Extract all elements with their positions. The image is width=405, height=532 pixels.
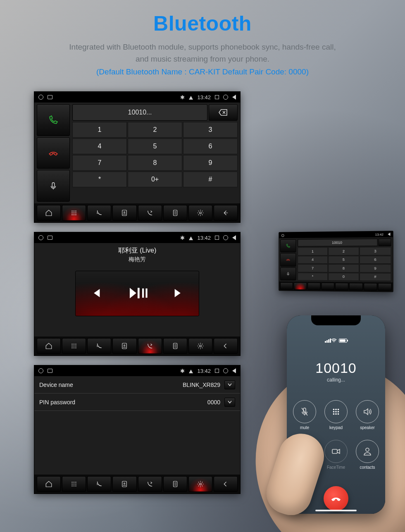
- svg-point-3: [76, 210, 76, 211]
- call-button[interactable]: [37, 104, 70, 136]
- speaker-button[interactable]: speaker: [355, 400, 380, 434]
- nav-btn: [364, 283, 377, 291]
- key-3[interactable]: 3: [183, 122, 238, 138]
- key: 7: [298, 264, 328, 272]
- home-nav-icon[interactable]: [223, 235, 228, 240]
- call-button: [280, 239, 296, 253]
- key: 2: [328, 247, 359, 255]
- svg-point-56: [366, 448, 369, 451]
- svg-point-30: [200, 345, 202, 347]
- key-hash[interactable]: #: [183, 172, 238, 187]
- setting-row-pin[interactable]: PIN password 0000: [34, 394, 240, 411]
- nav-phonebook-button[interactable]: [112, 205, 136, 221]
- backspace-button[interactable]: [209, 104, 238, 121]
- key: 3: [360, 247, 391, 255]
- status-time: 13:42: [197, 235, 211, 241]
- button-label: keypad: [329, 425, 343, 430]
- end-call-button[interactable]: [324, 486, 348, 511]
- nav-back-button[interactable]: [214, 205, 238, 221]
- nav-settings-button[interactable]: [188, 205, 212, 221]
- nav-phonebook-button[interactable]: [112, 338, 136, 354]
- battery-icon: [339, 339, 347, 343]
- settings-blank-area: [34, 411, 240, 473]
- keypad-button[interactable]: keypad: [323, 400, 349, 434]
- nav-history-button[interactable]: [163, 338, 187, 354]
- facetime-button[interactable]: FaceTime: [323, 440, 349, 474]
- home-nav-icon[interactable]: [223, 95, 228, 100]
- key-0[interactable]: 0+: [128, 172, 182, 187]
- nav-music-button[interactable]: [138, 476, 162, 492]
- nav-dialpad-button[interactable]: [62, 338, 86, 354]
- key-star[interactable]: *: [72, 172, 127, 187]
- key-4[interactable]: 4: [72, 138, 127, 154]
- prev-track-button[interactable]: [88, 286, 102, 301]
- nav-history-button[interactable]: [163, 205, 187, 221]
- nav-contacts-button[interactable]: [87, 205, 111, 221]
- bluetooth-icon: ✱: [180, 368, 185, 374]
- home-nav-icon[interactable]: [223, 368, 228, 373]
- nav-home-button[interactable]: [37, 205, 61, 221]
- bottom-bar: [34, 203, 240, 222]
- mute-button[interactable]: mute: [292, 400, 317, 434]
- nav-btn: [307, 282, 320, 290]
- photo-icon: [48, 369, 52, 373]
- nav-dialpad-button[interactable]: [62, 476, 86, 492]
- setting-row-device-name[interactable]: Device name BLINK_XR829: [34, 376, 240, 394]
- key-5[interactable]: 5: [128, 138, 182, 154]
- hangup-button[interactable]: [37, 137, 70, 169]
- svg-point-46: [333, 409, 335, 410]
- recents-icon[interactable]: [215, 236, 219, 240]
- nav-phonebook-button[interactable]: [112, 476, 136, 492]
- svg-point-20: [76, 344, 76, 344]
- nav-contacts-button[interactable]: [87, 338, 111, 354]
- contacts-button[interactable]: contacts: [355, 440, 380, 474]
- key-1[interactable]: 1: [72, 122, 127, 138]
- page-subtitle: Integrated with Bluetooth module, suppor…: [0, 41, 405, 65]
- key-8[interactable]: 8: [128, 155, 182, 171]
- nav-music-button[interactable]: [138, 338, 162, 354]
- svg-point-2: [74, 210, 74, 211]
- subtitle-line-1: Integrated with Bluetooth module, suppor…: [69, 43, 336, 51]
- svg-point-35: [74, 484, 74, 484]
- nav-settings-button[interactable]: [188, 476, 212, 492]
- svg-point-6: [76, 212, 76, 213]
- nav-music-button[interactable]: [138, 205, 162, 221]
- recents-icon[interactable]: [215, 369, 219, 373]
- mic-button[interactable]: [37, 170, 70, 202]
- key-2[interactable]: 2: [128, 122, 182, 138]
- dashboard-screen: 13:42 10010 123 456 789 *0#: [279, 231, 393, 292]
- track-artist: 梅艳芳: [129, 256, 146, 263]
- key-7[interactable]: 7: [72, 155, 127, 171]
- nav-contacts-button[interactable]: [87, 476, 111, 492]
- key: 9: [360, 264, 391, 272]
- svg-rect-0: [52, 182, 55, 187]
- dialer-panel: ✱ 13:42: [34, 91, 241, 223]
- play-pause-button[interactable]: [126, 285, 148, 302]
- key: 1: [298, 247, 328, 255]
- svg-point-8: [74, 214, 74, 215]
- nav-home-button[interactable]: [37, 476, 61, 492]
- nav-dialpad-button[interactable]: [62, 205, 86, 221]
- location-icon: [189, 370, 193, 373]
- svg-point-23: [76, 346, 76, 346]
- home-indicator[interactable]: [315, 510, 357, 511]
- back-nav-icon[interactable]: [232, 95, 236, 100]
- back-nav-icon[interactable]: [232, 235, 236, 240]
- svg-point-7: [72, 214, 73, 215]
- nav-history-button[interactable]: [163, 476, 187, 492]
- key: 6: [360, 255, 391, 264]
- phone-notch: [311, 315, 361, 325]
- status-time: 13:42: [197, 368, 211, 374]
- next-track-button[interactable]: [172, 286, 186, 301]
- svg-point-34: [72, 484, 73, 484]
- nav-settings-button[interactable]: [188, 338, 212, 354]
- svg-point-31: [72, 482, 73, 482]
- recents-icon[interactable]: [215, 95, 219, 99]
- dialer-display: 10010: [298, 239, 377, 246]
- phone-status-bar: [317, 329, 355, 344]
- key-6[interactable]: 6: [183, 138, 238, 154]
- key-9[interactable]: 9: [183, 155, 238, 171]
- key: 5: [328, 255, 359, 264]
- back-nav-icon: [388, 233, 390, 236]
- nav-home-button[interactable]: [37, 338, 61, 354]
